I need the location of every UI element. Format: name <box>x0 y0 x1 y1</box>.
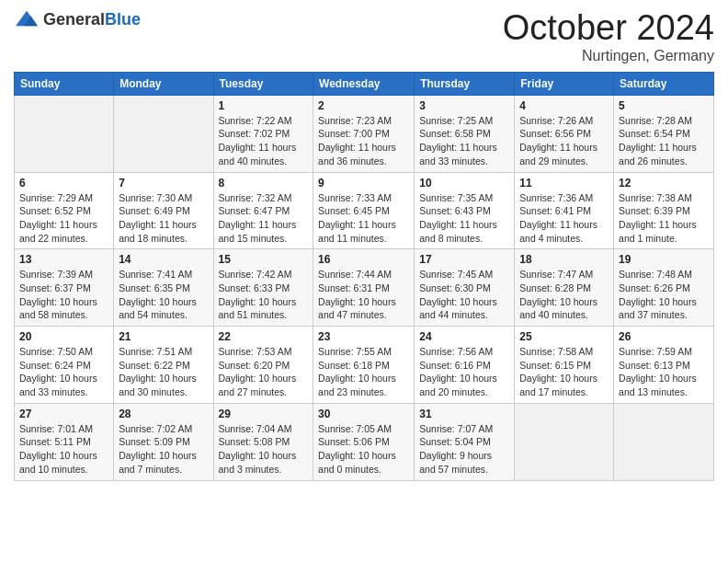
day-number: 14 <box>119 253 208 266</box>
day-info: Sunrise: 7:59 AM Sunset: 6:13 PM Dayligh… <box>619 345 709 399</box>
calendar-cell: 27Sunrise: 7:01 AM Sunset: 5:11 PM Dayli… <box>15 403 114 480</box>
day-number: 31 <box>419 408 509 420</box>
day-number: 18 <box>519 253 609 266</box>
day-number: 4 <box>519 99 609 112</box>
day-info: Sunrise: 7:25 AM Sunset: 6:58 PM Dayligh… <box>419 114 509 168</box>
day-info: Sunrise: 7:53 AM Sunset: 6:20 PM Dayligh… <box>219 345 309 399</box>
day-number: 22 <box>219 330 309 343</box>
calendar-cell: 6Sunrise: 7:29 AM Sunset: 6:52 PM Daylig… <box>15 172 114 249</box>
calendar-cell: 8Sunrise: 7:32 AM Sunset: 6:47 PM Daylig… <box>213 172 313 249</box>
day-number: 8 <box>219 177 309 190</box>
calendar-cell: 23Sunrise: 7:55 AM Sunset: 6:18 PM Dayli… <box>313 327 415 404</box>
day-number: 7 <box>119 177 208 190</box>
day-number: 2 <box>318 99 409 112</box>
day-info: Sunrise: 7:05 AM Sunset: 5:06 PM Dayligh… <box>318 422 409 477</box>
day-info: Sunrise: 7:29 AM Sunset: 6:52 PM Dayligh… <box>19 191 108 246</box>
calendar-cell: 16Sunrise: 7:44 AM Sunset: 6:31 PM Dayli… <box>313 249 415 327</box>
calendar-cell: 17Sunrise: 7:45 AM Sunset: 6:30 PM Dayli… <box>415 249 515 327</box>
day-number: 17 <box>419 253 509 266</box>
calendar-cell: 24Sunrise: 7:56 AM Sunset: 6:16 PM Dayli… <box>415 327 515 404</box>
calendar-cell <box>614 403 714 480</box>
day-info: Sunrise: 7:33 AM Sunset: 6:45 PM Dayligh… <box>318 191 409 246</box>
day-number: 9 <box>318 177 409 190</box>
calendar-cell: 13Sunrise: 7:39 AM Sunset: 6:37 PM Dayli… <box>15 249 114 327</box>
day-info: Sunrise: 7:56 AM Sunset: 6:16 PM Dayligh… <box>419 345 509 399</box>
day-number: 11 <box>519 177 609 190</box>
calendar-cell: 9Sunrise: 7:33 AM Sunset: 6:45 PM Daylig… <box>313 172 415 249</box>
calendar-week-row: 13Sunrise: 7:39 AM Sunset: 6:37 PM Dayli… <box>15 249 714 327</box>
calendar-cell: 7Sunrise: 7:30 AM Sunset: 6:49 PM Daylig… <box>114 172 213 249</box>
weekday-header-cell: Sunday <box>15 72 114 95</box>
calendar-cell: 21Sunrise: 7:51 AM Sunset: 6:22 PM Dayli… <box>114 327 213 404</box>
calendar-cell: 31Sunrise: 7:07 AM Sunset: 5:04 PM Dayli… <box>415 403 515 480</box>
calendar-cell: 28Sunrise: 7:02 AM Sunset: 5:09 PM Dayli… <box>114 403 213 480</box>
logo-blue: Blue <box>105 10 141 29</box>
calendar-cell: 20Sunrise: 7:50 AM Sunset: 6:24 PM Dayli… <box>15 327 114 404</box>
day-info: Sunrise: 7:58 AM Sunset: 6:15 PM Dayligh… <box>519 345 609 399</box>
logo: GeneralBlue <box>14 9 141 29</box>
title-block: October 2024 Nurtingen, Germany <box>503 9 714 64</box>
day-number: 16 <box>318 253 409 266</box>
calendar-cell <box>114 95 213 172</box>
day-info: Sunrise: 7:45 AM Sunset: 6:30 PM Dayligh… <box>419 268 509 322</box>
weekday-header-cell: Wednesday <box>313 72 415 95</box>
day-number: 30 <box>318 408 409 420</box>
day-number: 5 <box>619 99 709 112</box>
day-number: 10 <box>419 177 509 190</box>
calendar-cell: 15Sunrise: 7:42 AM Sunset: 6:33 PM Dayli… <box>213 249 313 327</box>
calendar-week-row: 1Sunrise: 7:22 AM Sunset: 7:02 PM Daylig… <box>15 95 714 172</box>
month-title: October 2024 <box>503 9 714 48</box>
day-number: 28 <box>119 408 208 420</box>
logo-icon <box>14 9 40 29</box>
weekday-header-row: SundayMondayTuesdayWednesdayThursdayFrid… <box>15 72 714 95</box>
day-number: 12 <box>619 177 709 190</box>
calendar-cell <box>15 95 114 172</box>
weekday-header-cell: Friday <box>515 72 614 95</box>
calendar-body: 1Sunrise: 7:22 AM Sunset: 7:02 PM Daylig… <box>15 95 714 480</box>
calendar-cell: 2Sunrise: 7:23 AM Sunset: 7:00 PM Daylig… <box>313 95 415 172</box>
calendar-cell <box>515 403 614 480</box>
day-info: Sunrise: 7:39 AM Sunset: 6:37 PM Dayligh… <box>19 268 108 322</box>
day-info: Sunrise: 7:48 AM Sunset: 6:26 PM Dayligh… <box>619 268 709 322</box>
logo-wordmark: GeneralBlue <box>43 10 141 29</box>
calendar-week-row: 20Sunrise: 7:50 AM Sunset: 6:24 PM Dayli… <box>15 327 714 404</box>
day-number: 6 <box>19 177 108 190</box>
day-info: Sunrise: 7:50 AM Sunset: 6:24 PM Dayligh… <box>19 345 108 399</box>
weekday-header-cell: Monday <box>114 72 213 95</box>
day-info: Sunrise: 7:47 AM Sunset: 6:28 PM Dayligh… <box>519 268 609 322</box>
weekday-header-cell: Thursday <box>415 72 515 95</box>
calendar-cell: 29Sunrise: 7:04 AM Sunset: 5:08 PM Dayli… <box>213 403 313 480</box>
day-number: 20 <box>19 330 108 343</box>
day-number: 24 <box>419 330 509 343</box>
day-info: Sunrise: 7:44 AM Sunset: 6:31 PM Dayligh… <box>318 268 409 322</box>
calendar-cell: 10Sunrise: 7:35 AM Sunset: 6:43 PM Dayli… <box>415 172 515 249</box>
day-number: 25 <box>519 330 609 343</box>
day-info: Sunrise: 7:51 AM Sunset: 6:22 PM Dayligh… <box>119 345 208 399</box>
calendar-cell: 18Sunrise: 7:47 AM Sunset: 6:28 PM Dayli… <box>515 249 614 327</box>
calendar-cell: 4Sunrise: 7:26 AM Sunset: 6:56 PM Daylig… <box>515 95 614 172</box>
calendar-week-row: 27Sunrise: 7:01 AM Sunset: 5:11 PM Dayli… <box>15 403 714 480</box>
day-number: 23 <box>318 330 409 343</box>
day-info: Sunrise: 7:07 AM Sunset: 5:04 PM Dayligh… <box>419 422 509 477</box>
day-info: Sunrise: 7:01 AM Sunset: 5:11 PM Dayligh… <box>19 422 108 477</box>
page-header: GeneralBlue October 2024 Nurtingen, Germ… <box>14 9 714 64</box>
day-info: Sunrise: 7:02 AM Sunset: 5:09 PM Dayligh… <box>119 422 208 477</box>
location-title: Nurtingen, Germany <box>503 48 714 64</box>
day-info: Sunrise: 7:23 AM Sunset: 7:00 PM Dayligh… <box>318 114 409 168</box>
day-info: Sunrise: 7:35 AM Sunset: 6:43 PM Dayligh… <box>419 191 509 246</box>
calendar-cell: 12Sunrise: 7:38 AM Sunset: 6:39 PM Dayli… <box>614 172 714 249</box>
calendar-cell: 14Sunrise: 7:41 AM Sunset: 6:35 PM Dayli… <box>114 249 213 327</box>
day-info: Sunrise: 7:42 AM Sunset: 6:33 PM Dayligh… <box>219 268 309 322</box>
day-info: Sunrise: 7:32 AM Sunset: 6:47 PM Dayligh… <box>219 191 309 246</box>
weekday-header-cell: Tuesday <box>213 72 313 95</box>
day-number: 21 <box>119 330 208 343</box>
calendar-cell: 3Sunrise: 7:25 AM Sunset: 6:58 PM Daylig… <box>415 95 515 172</box>
day-number: 3 <box>419 99 509 112</box>
calendar-cell: 19Sunrise: 7:48 AM Sunset: 6:26 PM Dayli… <box>614 249 714 327</box>
calendar-cell: 22Sunrise: 7:53 AM Sunset: 6:20 PM Dayli… <box>213 327 313 404</box>
calendar-cell: 1Sunrise: 7:22 AM Sunset: 7:02 PM Daylig… <box>213 95 313 172</box>
day-number: 29 <box>219 408 309 420</box>
day-info: Sunrise: 7:22 AM Sunset: 7:02 PM Dayligh… <box>219 114 309 168</box>
day-info: Sunrise: 7:26 AM Sunset: 6:56 PM Dayligh… <box>519 114 609 168</box>
calendar-table: SundayMondayTuesdayWednesdayThursdayFrid… <box>14 72 714 481</box>
